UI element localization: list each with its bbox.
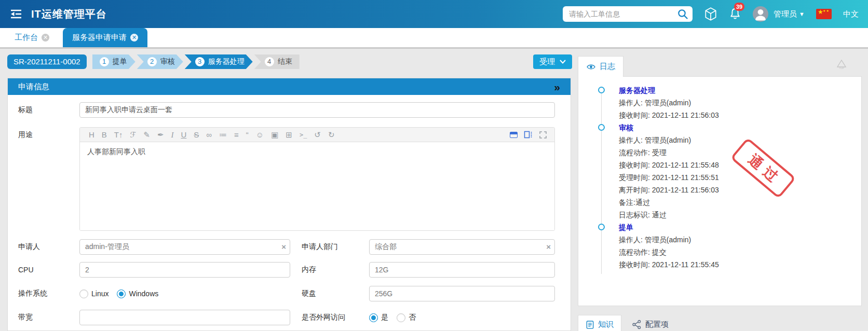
timeline-dot-icon: [598, 87, 605, 93]
radio-label: 否: [409, 313, 416, 322]
workflow-step-1: 1提单: [92, 54, 135, 69]
step-label: 提单: [113, 57, 127, 66]
field-label-cpu: CPU: [18, 266, 79, 274]
code-icon[interactable]: >_: [296, 128, 310, 142]
tab-server-request[interactable]: 服务器申请申请 ✕: [63, 28, 147, 47]
log-entry-line: 接收时间: 2021-12-11 21:55:45: [619, 258, 861, 271]
collapse-panel-icon[interactable]: »: [554, 81, 560, 92]
emoji-icon[interactable]: ☺: [252, 128, 267, 142]
ticket-search[interactable]: [563, 6, 693, 22]
field-label-purpose: 用途: [18, 127, 79, 140]
accept-button[interactable]: 受理: [533, 54, 572, 69]
radio-option-是[interactable]: 是: [369, 313, 388, 322]
align-icon[interactable]: ≡: [230, 128, 242, 142]
log-tab-label: 日志: [600, 62, 615, 72]
log-entry-line: 接收时间: 2021-12-11 21:56:03: [619, 109, 861, 121]
log-entry-title[interactable]: 服务器处理: [619, 84, 655, 96]
step-label: 结束: [278, 57, 292, 66]
italic-icon[interactable]: I: [167, 128, 177, 142]
step-number: 2: [147, 57, 157, 66]
knowledge-label: 知识: [598, 320, 614, 329]
user-name: 管理员: [774, 9, 797, 19]
preview-icon[interactable]: [524, 131, 533, 139]
panel-header: 申请信息 »: [8, 78, 571, 95]
chevron-down-icon: ▼: [799, 11, 805, 17]
heading-icon[interactable]: H: [85, 128, 98, 142]
log-entry: 审核操作人: 管理员(admin)流程动作: 受理接收时间: 2021-12-1…: [578, 121, 861, 221]
highlight-icon[interactable]: ✎: [140, 128, 154, 142]
timeline-dot-icon: [598, 124, 605, 131]
tab-workbench[interactable]: 工作台 ✕: [7, 28, 57, 47]
list-icon[interactable]: ≔: [215, 128, 230, 142]
redo-icon[interactable]: ↻: [324, 128, 338, 142]
notifications-button[interactable]: 39: [729, 7, 741, 21]
radio-label: Linux: [91, 289, 108, 298]
bold-icon[interactable]: B: [98, 128, 111, 142]
search-icon[interactable]: [677, 8, 688, 20]
radio-option-否[interactable]: 否: [397, 313, 416, 322]
image-icon[interactable]: ▣: [267, 128, 282, 142]
radio-option-Windows[interactable]: Windows: [117, 289, 158, 298]
department-input[interactable]: [369, 239, 555, 255]
disk-input[interactable]: [369, 286, 555, 301]
font-color-icon[interactable]: ✒: [154, 128, 168, 142]
cube-icon[interactable]: [704, 7, 717, 21]
timeline-dot-icon: [598, 224, 605, 230]
language-switch[interactable]: 中文: [843, 9, 859, 19]
memory-input[interactable]: [369, 262, 555, 278]
notification-badge: 39: [734, 3, 744, 11]
flag-icon[interactable]: ★ ★★: [816, 9, 832, 19]
strikethrough-icon[interactable]: S: [190, 128, 202, 142]
back-to-top-icon[interactable]: TOP: [836, 59, 847, 71]
radio-icon[interactable]: [397, 313, 405, 322]
radio-option-Linux[interactable]: Linux: [79, 289, 108, 298]
link-icon[interactable]: ∞: [202, 128, 215, 142]
log-entry-title[interactable]: 提单: [619, 221, 633, 233]
log-entry: 服务器处理操作人: 管理员(admin)接收时间: 2021-12-11 21:…: [578, 84, 861, 121]
log-entry-line: 受理时间: 2021-12-11 21:55:51: [619, 171, 861, 184]
workflow-step-4: 4结束: [254, 54, 300, 69]
radio-icon[interactable]: [117, 289, 126, 298]
tab-log[interactable]: 日志: [578, 56, 623, 77]
field-label-title: 标题: [18, 105, 79, 115]
clear-icon[interactable]: ×: [546, 242, 551, 252]
table-icon[interactable]: ⊞: [282, 128, 296, 142]
log-entry-title[interactable]: 审核: [619, 121, 633, 134]
log-timeline: 服务器处理操作人: 管理员(admin)接收时间: 2021-12-11 21:…: [578, 84, 861, 271]
font-family-icon[interactable]: ℱ: [127, 128, 140, 142]
fullscreen-icon[interactable]: [539, 131, 547, 139]
bandwidth-input[interactable]: [79, 310, 290, 325]
close-icon[interactable]: ✕: [130, 34, 138, 42]
os-radio-group: LinuxWindows: [79, 289, 290, 298]
menu-fold-icon[interactable]: [9, 9, 23, 19]
config-items-label: 配置项: [645, 320, 669, 329]
editor-content[interactable]: 人事部新同事入职: [80, 142, 554, 230]
tab-label: 工作台: [15, 33, 38, 43]
tab-knowledge[interactable]: 知识: [578, 315, 621, 331]
user-menu[interactable]: 管理员 ▼: [774, 9, 805, 19]
clear-icon[interactable]: ×: [281, 242, 286, 252]
tab-config-items[interactable]: 配置项: [632, 315, 669, 329]
window-icon[interactable]: [510, 132, 518, 138]
radio-label: Windows: [129, 289, 158, 298]
radio-icon[interactable]: [369, 313, 378, 322]
applicant-input[interactable]: [79, 239, 290, 255]
editor-toolbar: HBT↑ℱ✎✒IUS∞≔≡“☺▣⊞>_↺↻: [80, 128, 554, 142]
log-entry-line: 操作人: 管理员(admin): [619, 96, 861, 109]
undo-icon[interactable]: ↺: [310, 128, 324, 142]
avatar[interactable]: [753, 6, 768, 22]
field-label-bandwidth: 带宽: [18, 313, 79, 322]
close-icon[interactable]: ✕: [42, 34, 49, 42]
radio-icon[interactable]: [79, 289, 88, 298]
title-input[interactable]: [79, 102, 555, 118]
search-input[interactable]: [569, 10, 677, 18]
font-size-icon[interactable]: T↑: [111, 128, 127, 142]
eye-icon: [586, 62, 596, 72]
cpu-input[interactable]: [79, 262, 290, 278]
request-info-panel: 申请信息 » 标题 用途 HBT↑ℱ✎✒IUS∞≔≡“☺▣⊞>_↺↻: [7, 78, 571, 331]
field-label-memory: 内存: [290, 265, 369, 274]
underline-icon[interactable]: U: [177, 128, 190, 142]
log-panel: 服务器处理操作人: 管理员(admin)接收时间: 2021-12-11 21:…: [578, 76, 862, 306]
bottom-tabs: 知识 配置项: [578, 315, 669, 331]
quote-icon[interactable]: “: [242, 128, 252, 142]
